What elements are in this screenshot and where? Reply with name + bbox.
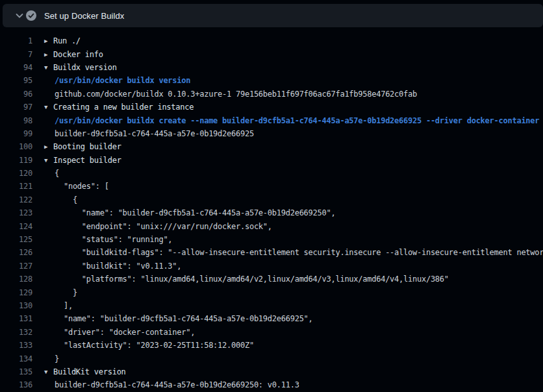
caret-icon: ▶: [44, 51, 53, 58]
log-line-row: 130 ],: [0, 299, 543, 312]
line-number[interactable]: 98: [0, 116, 32, 125]
log-line-text: "name": "builder-d9cfb5a1-c764-445a-a57e…: [44, 314, 313, 323]
log-line-text: }: [44, 354, 59, 363]
log-line-row: 122 {: [0, 193, 543, 206]
log-line-text: "driver": "docker-container",: [44, 328, 195, 337]
log-line-row: 127 "buildkit": "v0.11.3",: [0, 260, 543, 273]
line-number[interactable]: 122: [0, 195, 32, 204]
line-number[interactable]: 133: [0, 341, 32, 350]
line-number[interactable]: 124: [0, 222, 32, 231]
log-line-row: 96 github.com/docker/buildx 0.10.3+azure…: [0, 88, 543, 101]
line-number[interactable]: 125: [0, 235, 32, 244]
line-number[interactable]: 136: [0, 380, 32, 389]
log-line-row: 129 }: [0, 286, 543, 299]
log-group-row[interactable]: 1 ▶ Run ./: [0, 34, 543, 47]
log-line-text: "buildkit": "v0.11.3",: [44, 262, 181, 271]
caret-icon: ▼: [44, 104, 53, 110]
log-group-row[interactable]: 135 ▼ BuildKit version: [0, 365, 543, 378]
log-line-row: 123 "name": "builder-d9cfb5a1-c764-445a-…: [0, 206, 543, 219]
chevron-down-icon[interactable]: [14, 10, 25, 21]
log-line-text: "endpoint": "unix:///var/run/docker.sock…: [44, 222, 272, 231]
line-number[interactable]: 131: [0, 314, 32, 323]
step-header[interactable]: Set up Docker Buildx: [3, 4, 543, 27]
line-number[interactable]: 120: [0, 169, 32, 178]
log-group-row[interactable]: 97 ▼ Creating a new builder instance: [0, 101, 543, 114]
line-number[interactable]: 123: [0, 208, 32, 217]
line-number[interactable]: 97: [0, 103, 32, 112]
log-group-row[interactable]: 100 ▶ Booting builder: [0, 140, 543, 153]
line-number[interactable]: 135: [0, 367, 32, 376]
line-number[interactable]: 132: [0, 328, 32, 337]
line-number[interactable]: 95: [0, 76, 32, 85]
line-number[interactable]: 121: [0, 182, 32, 191]
log-line-text: /usr/bin/docker buildx create --name bui…: [44, 116, 539, 125]
line-number[interactable]: 128: [0, 275, 32, 284]
log-line-text: {: [44, 195, 77, 204]
log-line-row: 133 "lastActivity": "2023-02-25T11:58:12…: [0, 339, 543, 352]
log-line-text: github.com/docker/buildx 0.10.3+azure-1 …: [44, 90, 417, 99]
log-line-row: 136 builder-d9cfb5a1-c764-445a-a57e-0b19…: [0, 378, 543, 391]
line-number[interactable]: 127: [0, 262, 32, 271]
line-number[interactable]: 100: [0, 142, 32, 151]
step-title: Set up Docker Buildx: [44, 11, 124, 21]
caret-icon: ▼: [44, 369, 53, 375]
log-line-text: /usr/bin/docker buildx version: [44, 76, 190, 85]
caret-icon: ▶: [44, 38, 53, 44]
log-line-text: Inspect builder: [53, 156, 121, 165]
log-line-text: Buildx version: [53, 63, 117, 72]
caret-icon: ▼: [44, 157, 53, 164]
caret-icon: ▶: [44, 143, 53, 150]
check-circle-icon: [26, 10, 36, 21]
log-line-text: {: [44, 169, 59, 178]
line-number[interactable]: 130: [0, 301, 32, 310]
log-line-text: Booting builder: [53, 142, 121, 151]
log-group-row[interactable]: 119 ▼ Inspect builder: [0, 154, 543, 167]
log-line-text: Creating a new builder instance: [53, 103, 194, 112]
log-viewer: 1 ▶ Run ./ 7 ▶ Docker info 94 ▼ Buildx v…: [0, 27, 543, 392]
line-number[interactable]: 126: [0, 248, 32, 257]
line-number[interactable]: 119: [0, 156, 32, 165]
log-line-text: builder-d9cfb5a1-c764-445a-a57e-0b19d2e6…: [44, 129, 254, 138]
log-group-row[interactable]: 7 ▶ Docker info: [0, 47, 543, 60]
log-line-row: 124 "endpoint": "unix:///var/run/docker.…: [0, 219, 543, 232]
log-line-text: ],: [44, 301, 73, 310]
log-line-row: 125 "status": "running",: [0, 233, 543, 246]
log-line-row: 134 }: [0, 352, 543, 365]
log-line-row: 126 "buildkitd-flags": "--allow-insecure…: [0, 246, 543, 259]
log-line-text: Docker info: [53, 50, 103, 59]
log-line-row: 120 {: [0, 167, 543, 180]
line-number[interactable]: 94: [0, 63, 32, 72]
line-number[interactable]: 1: [0, 36, 32, 45]
log-line-text: "status": "running",: [44, 235, 172, 244]
caret-icon: ▼: [44, 64, 53, 71]
log-line-text: }: [44, 288, 77, 297]
line-number[interactable]: 99: [0, 129, 32, 138]
log-line-text: "lastActivity": "2023-02-25T11:58:12.000…: [44, 341, 254, 350]
log-line-text: Run ./: [53, 36, 81, 45]
line-number[interactable]: 96: [0, 90, 32, 99]
log-line-row: 99 builder-d9cfb5a1-c764-445a-a57e-0b19d…: [0, 127, 543, 140]
log-line-text: "platforms": "linux/amd64,linux/amd64/v2…: [44, 275, 449, 284]
log-line-text: builder-d9cfb5a1-c764-445a-a57e-0b19d2e6…: [44, 380, 299, 389]
log-line-row: 128 "platforms": "linux/amd64,linux/amd6…: [0, 273, 543, 286]
log-line-text: "name": "builder-d9cfb5a1-c764-445a-a57e…: [44, 208, 335, 217]
log-line-row: 121 "nodes": [: [0, 180, 543, 193]
log-line-text: "nodes": [: [44, 182, 109, 191]
log-line-row: 131 "name": "builder-d9cfb5a1-c764-445a-…: [0, 312, 543, 325]
log-line-text: "buildkitd-flags": "--allow-insecure-ent…: [44, 248, 543, 257]
log-line-row: 98 /usr/bin/docker buildx create --name …: [0, 114, 543, 127]
log-group-row[interactable]: 94 ▼ Buildx version: [0, 61, 543, 74]
log-line-row: 95 /usr/bin/docker buildx version: [0, 74, 543, 87]
log-line-row: 132 "driver": "docker-container",: [0, 326, 543, 339]
line-number[interactable]: 7: [0, 50, 32, 59]
log-line-text: BuildKit version: [53, 367, 126, 376]
line-number[interactable]: 129: [0, 288, 32, 297]
line-number[interactable]: 134: [0, 354, 32, 363]
